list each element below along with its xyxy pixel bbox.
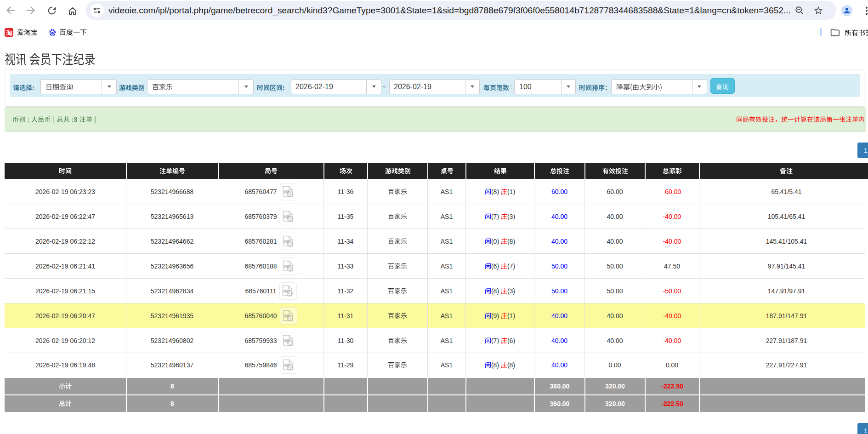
svg-text:du: du [51,33,54,35]
